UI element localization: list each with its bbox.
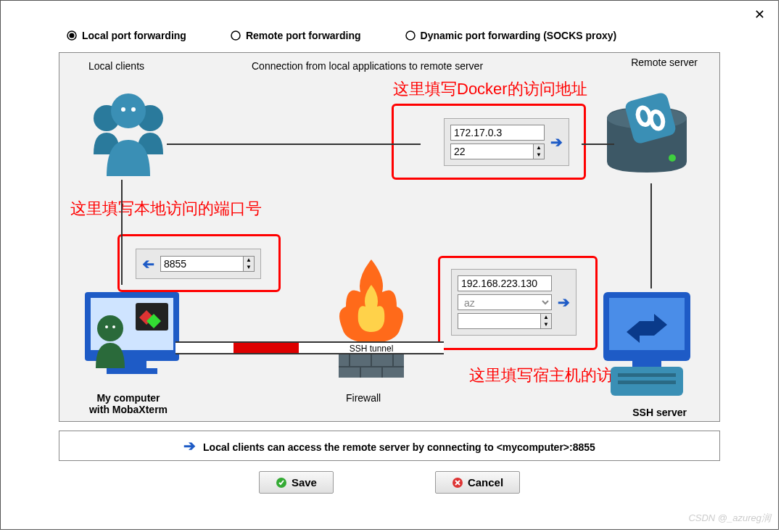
- arrow-right-icon: ➔: [550, 133, 563, 151]
- svg-rect-36: [632, 361, 661, 367]
- button-row: Save Cancel: [1, 471, 778, 494]
- spinner-arrows[interactable]: ▲▼: [244, 256, 255, 272]
- remote-input-group: ▲▼ ➔: [444, 118, 569, 166]
- monitor-icon: [78, 285, 186, 386]
- dialog-window: ✕ Local port forwarding Remote port forw…: [0, 0, 779, 530]
- forwarding-type-radios: Local port forwarding Remote port forwar…: [1, 1, 778, 52]
- arrow-right-icon: ➔: [183, 438, 196, 454]
- svg-point-19: [97, 315, 123, 341]
- svg-point-21: [112, 325, 115, 328]
- line: [582, 144, 614, 145]
- arrow-left-icon: ➔: [142, 255, 154, 273]
- ssh-port-input[interactable]: [458, 313, 541, 329]
- ssh-server-icon: [596, 285, 698, 401]
- svg-point-1: [70, 33, 75, 38]
- firewall-icon: [328, 256, 415, 379]
- annotation-docker: 这里填写Docker的访问地址: [393, 78, 587, 100]
- line: [650, 183, 652, 288]
- svg-rect-38: [618, 373, 676, 377]
- svg-point-2: [231, 31, 240, 40]
- svg-point-3: [406, 31, 415, 40]
- remote-port-input[interactable]: [450, 144, 534, 159]
- cancel-label: Cancel: [468, 476, 503, 489]
- ssh-user-select[interactable]: az: [458, 294, 552, 310]
- watermark: CSDN @_azureg润: [688, 512, 771, 525]
- my-computer-label: My computerwith MobaXterm: [81, 392, 175, 415]
- remote-host-input[interactable]: [450, 125, 545, 141]
- ssh-tunnel-label: SSH tunnel: [299, 343, 444, 353]
- svg-rect-24: [339, 367, 404, 378]
- connection-label: Connection from local applications to re…: [252, 60, 483, 72]
- local-port-input[interactable]: [160, 256, 244, 272]
- radio-remote[interactable]: Remote port forwarding: [230, 30, 361, 41]
- arrow-right-icon: ➔: [558, 294, 570, 311]
- ssh-input-group: az ▲▼ ➔: [451, 269, 577, 336]
- spinner-arrows[interactable]: ▲▼: [534, 144, 545, 159]
- radio-local[interactable]: Local port forwarding: [66, 30, 186, 41]
- radio-local-label: Local port forwarding: [82, 30, 186, 41]
- firewall-label: Firewall: [346, 392, 381, 404]
- annotation-local-port: 这里填写本地访问的端口号: [70, 198, 262, 220]
- svg-point-10: [669, 154, 676, 162]
- local-clients-label: Local clients: [88, 60, 144, 72]
- radio-dynamic-label: Dynamic port forwarding (SOCKS proxy): [421, 30, 617, 41]
- save-label: Save: [292, 476, 317, 489]
- ssh-tunnel-bar: SSH tunnel: [175, 341, 444, 354]
- local-input-group: ➔ ▲▼: [136, 249, 261, 279]
- people-icon: [78, 82, 179, 183]
- line: [167, 144, 421, 145]
- spinner-arrows[interactable]: ▲▼: [541, 313, 552, 329]
- radio-remote-label: Remote port forwarding: [246, 30, 361, 41]
- hint-bar: ➔ Local clients can access the remote se…: [59, 431, 720, 461]
- close-icon[interactable]: ✕: [754, 7, 765, 22]
- diagram-panel: Local clients Connection from local appl…: [59, 52, 720, 422]
- ssh-host-input[interactable]: [458, 275, 552, 291]
- radio-dynamic[interactable]: Dynamic port forwarding (SOCKS proxy): [405, 30, 617, 41]
- svg-point-20: [105, 325, 108, 328]
- svg-rect-17: [107, 368, 157, 374]
- line: [121, 180, 123, 285]
- ssh-server-label: SSH server: [632, 407, 687, 418]
- hint-text: Local clients can access the remote serv…: [203, 441, 595, 453]
- svg-rect-39: [618, 381, 676, 384]
- cancel-button[interactable]: Cancel: [435, 471, 520, 494]
- svg-point-6: [111, 93, 146, 128]
- save-button[interactable]: Save: [259, 471, 334, 494]
- remote-server-label: Remote server: [631, 57, 698, 68]
- server-icon: [592, 89, 701, 191]
- svg-point-8: [131, 107, 136, 112]
- svg-point-7: [121, 107, 125, 112]
